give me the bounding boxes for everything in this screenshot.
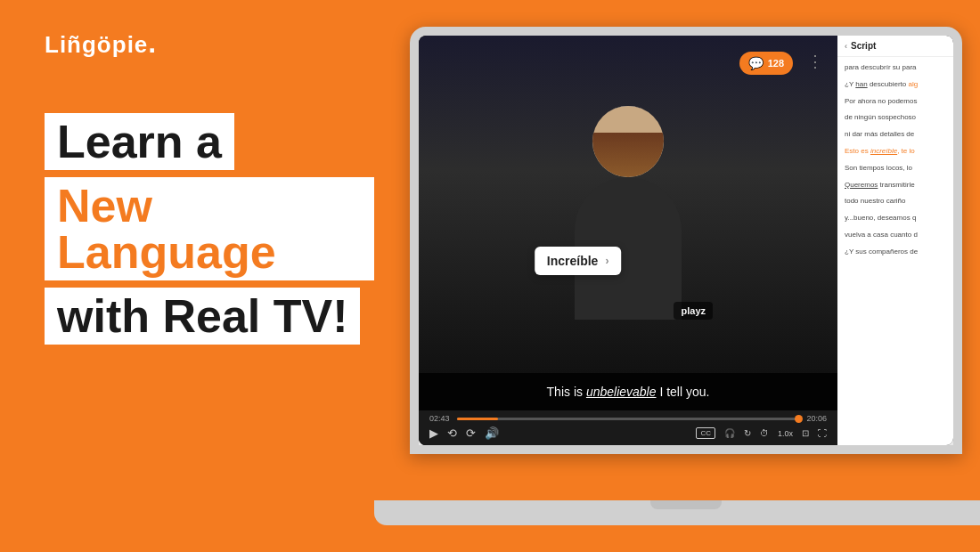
more-options-button[interactable]: ⋮ bbox=[807, 52, 824, 71]
progress-track[interactable] bbox=[457, 418, 800, 420]
logo: Liñgöpie. bbox=[45, 27, 374, 60]
laptop-base bbox=[374, 500, 980, 525]
chat-count: 128 bbox=[768, 58, 784, 69]
subtitle-bar: This is unbelievable I tell you. bbox=[419, 373, 837, 410]
chat-bubble[interactable]: 💬 128 bbox=[739, 52, 793, 75]
play-button[interactable]: ▶ bbox=[429, 426, 438, 440]
headline-text-2: New Language bbox=[57, 180, 276, 278]
headline-line3: with Real TV! bbox=[45, 288, 374, 345]
script-back-button[interactable]: ‹ bbox=[845, 42, 847, 51]
laptop-screen: 💬 128 ⋮ bbox=[419, 36, 953, 445]
cc-button[interactable]: CC bbox=[696, 427, 715, 439]
headline-text-3: with Real TV! bbox=[57, 290, 347, 342]
rewind-button[interactable]: ⟲ bbox=[447, 426, 457, 440]
headline-line1: Learn a bbox=[45, 113, 374, 170]
script-line-11: ¿Y sus compañeros de bbox=[845, 247, 946, 258]
speed-label[interactable]: 1.0x bbox=[778, 429, 793, 438]
headphones-button[interactable]: 🎧 bbox=[724, 428, 735, 438]
subtitle-text: This is unbelievable I tell you. bbox=[547, 385, 710, 399]
progress-dot bbox=[795, 415, 803, 423]
logo-dot: . bbox=[148, 27, 157, 59]
script-line-6: Son tiempos locos, lo bbox=[845, 163, 946, 175]
script-content: para descubrír su para ¿Y han descubiert… bbox=[837, 57, 953, 445]
repeat-button[interactable]: ↻ bbox=[744, 428, 751, 438]
time-current: 02:43 bbox=[429, 414, 450, 423]
script-line-1: ¿Y han descubierto alg bbox=[845, 79, 946, 91]
word-popup-text: Increíble bbox=[547, 254, 599, 268]
progress-fill bbox=[457, 418, 498, 420]
word-popup-arrow: › bbox=[605, 255, 608, 267]
video-main: 💬 128 ⋮ bbox=[419, 36, 837, 373]
script-line-4: ni dar más detalles de bbox=[845, 129, 946, 141]
script-panel: ‹ Script para descubrír su para ¿Y han d… bbox=[837, 36, 953, 445]
script-line-7: Queremos transmitirle bbox=[845, 180, 946, 191]
headline: Learn a New Language with Real TV! bbox=[45, 113, 374, 352]
laptop-body: 💬 128 ⋮ bbox=[410, 27, 962, 454]
headline-white-box-2: New Language bbox=[45, 177, 374, 280]
cast-button[interactable]: ⊡ bbox=[802, 428, 809, 438]
left-panel: Liñgöpie. Learn a New Language with Real… bbox=[45, 0, 374, 552]
progress-bar-container: 02:43 20:06 bbox=[429, 414, 827, 423]
headline-white-box-1: Learn a bbox=[45, 113, 234, 170]
person-head bbox=[592, 106, 664, 177]
script-header: ‹ Script bbox=[837, 36, 953, 57]
headline-white-box-3: with Real TV! bbox=[45, 288, 360, 345]
script-line-5: Esto es increíble, te lo bbox=[845, 146, 946, 158]
fullscreen-button[interactable]: ⛶ bbox=[818, 428, 827, 438]
logo-text: Liñgöpie bbox=[45, 31, 148, 58]
video-area: 💬 128 ⋮ bbox=[419, 36, 837, 445]
playz-badge: playz bbox=[674, 302, 713, 320]
word-popup[interactable]: Increíble › bbox=[535, 247, 622, 275]
forward-button[interactable]: ⟳ bbox=[466, 426, 476, 440]
volume-button[interactable]: 🔊 bbox=[485, 426, 499, 440]
controls-row: ▶ ⟲ ⟳ 🔊 CC 🎧 ↻ ⏱ 1.0x ⊡ ⛶ bbox=[429, 426, 827, 440]
person-hair bbox=[592, 133, 664, 177]
chat-icon: 💬 bbox=[748, 56, 764, 70]
script-line-8: todo nuestro cariño bbox=[845, 196, 946, 207]
person-figure bbox=[539, 106, 717, 320]
video-controls: 02:43 20:06 ▶ ⟲ ⟳ 🔊 bbox=[419, 410, 837, 445]
script-line-3: de ningún sospechoso bbox=[845, 112, 946, 124]
script-line-10: vuelva a casa cuanto d bbox=[845, 230, 946, 241]
time-total: 20:06 bbox=[806, 414, 827, 423]
script-line-2: Por ahora no podemos bbox=[845, 96, 946, 108]
headline-line2: New Language bbox=[45, 177, 374, 280]
script-title: Script bbox=[851, 41, 876, 51]
headline-text-1: Learn a bbox=[57, 116, 222, 167]
timer-button[interactable]: ⏱ bbox=[760, 428, 769, 438]
script-line-0: para descubrír su para bbox=[845, 62, 946, 74]
script-line-9: y...bueno, deseamos q bbox=[845, 213, 946, 224]
laptop: 💬 128 ⋮ bbox=[374, 27, 980, 525]
